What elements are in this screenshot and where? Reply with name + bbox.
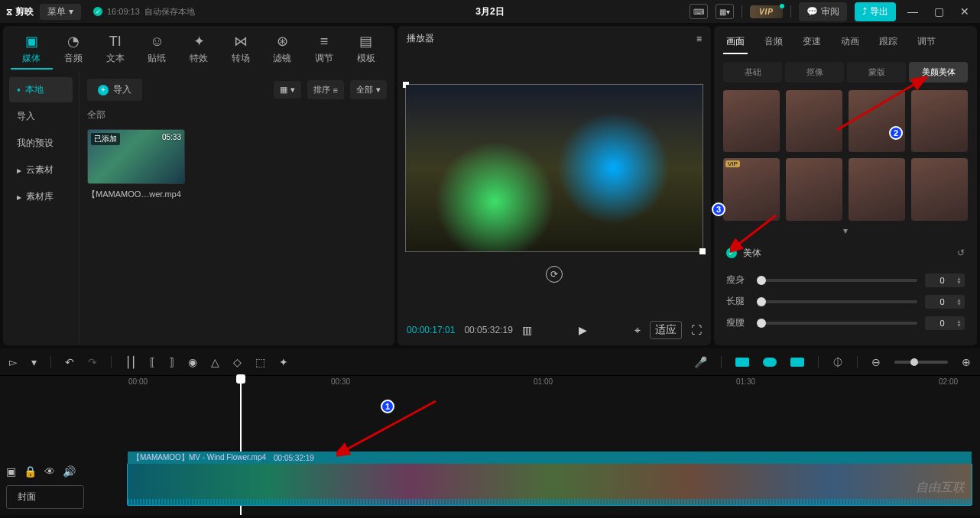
slider-track[interactable] (757, 300, 917, 303)
track-toggle-2[interactable] (763, 358, 777, 367)
list-icon[interactable]: ▥ (522, 324, 532, 336)
media-panel: ▣媒体 ◔音频 TI文本 ☺贴纸 ✦特效 ⋈转场 ⊛滤镜 ≡调节 ▤模板 ●本地… (3, 26, 394, 345)
subtab-matting[interactable]: 抠像 (785, 62, 844, 83)
check-icon[interactable]: ✓ (726, 248, 737, 258)
track-toggle-3[interactable] (790, 358, 804, 367)
chevron-down-icon[interactable]: ▾ (31, 356, 37, 368)
preset-thumb[interactable] (911, 90, 968, 152)
lock-icon[interactable]: 🔒 (24, 465, 37, 478)
source-import[interactable]: 导入 (9, 104, 73, 129)
slider-knob[interactable] (757, 276, 766, 285)
subtab-mask[interactable]: 蒙版 (847, 62, 906, 83)
mirror-icon[interactable]: △ (211, 356, 219, 368)
undo-button[interactable]: ↶ (65, 356, 74, 368)
tab-transitions[interactable]: ⋈转场 (219, 31, 261, 70)
source-local[interactable]: ●本地 (9, 77, 73, 102)
split-icon[interactable]: ⎮⎮ (125, 356, 136, 368)
template-icon: ▤ (359, 34, 372, 49)
export-button[interactable]: ⤴ 导出 (855, 2, 896, 21)
preset-thumb[interactable] (849, 158, 905, 220)
track-toggle-1[interactable] (735, 358, 749, 367)
hamburger-icon[interactable]: ≡ (696, 34, 702, 44)
sort-dropdown[interactable]: 排序≡ (307, 80, 344, 99)
vip-button[interactable]: VIP (750, 5, 783, 18)
source-cloud[interactable]: ▸云素材 (9, 157, 73, 183)
zoom-out-icon[interactable]: ⊖ (871, 356, 881, 368)
slider-track[interactable] (757, 322, 917, 325)
tab-stickers[interactable]: ☺贴纸 (136, 31, 178, 70)
filter-dropdown[interactable]: 全部▾ (350, 80, 387, 99)
slider-knob[interactable] (757, 319, 766, 328)
fit-button[interactable]: 适应 (650, 321, 682, 339)
tab-media[interactable]: ▣媒体 (11, 31, 53, 70)
trim-left-icon[interactable]: ⟦ (150, 356, 155, 368)
expand-grid[interactable]: ▾ (714, 221, 977, 241)
time-ruler[interactable]: 00:00 00:30 01:00 01:30 02:00 (90, 376, 980, 390)
subtab-beauty[interactable]: 美颜美体 (909, 62, 968, 83)
trim-right-icon[interactable]: ⟧ (169, 356, 174, 368)
slider-track[interactable] (757, 279, 917, 282)
slider-knob[interactable] (757, 297, 766, 306)
slider-slim: 瘦身 0▲▼ (714, 266, 977, 287)
preset-thumb[interactable] (786, 158, 842, 220)
menu-dropdown[interactable]: 菜单 ▾ (40, 4, 81, 20)
zoom-knob[interactable] (910, 358, 918, 366)
refresh-icon[interactable]: ⟳ (546, 266, 563, 283)
keyboard-icon[interactable]: ⌨ (690, 4, 708, 19)
project-title[interactable]: 3月2日 (475, 5, 504, 18)
zoom-slider[interactable] (894, 361, 948, 364)
crop-icon[interactable]: ⬚ (255, 356, 265, 368)
tab-effects[interactable]: ✦特效 (178, 31, 220, 70)
focus-icon[interactable]: ⌖ (634, 324, 641, 337)
media-thumbnail[interactable]: 已添加 05:33 【MAMAMOO…wer.mp4 (87, 129, 185, 200)
preset-thumb[interactable] (849, 90, 905, 152)
subtab-basic[interactable]: 基础 (723, 62, 782, 83)
review-button[interactable]: 💬 审阅 (799, 2, 847, 21)
reset-icon[interactable]: ↺ (957, 248, 965, 258)
fullscreen-icon[interactable]: ⛶ (691, 324, 702, 336)
preset-thumb[interactable] (786, 90, 842, 152)
layers-icon[interactable]: ▣ (6, 465, 16, 478)
preset-thumb[interactable] (723, 158, 780, 220)
timeline-tracks[interactable]: 00:00 00:30 01:00 01:30 02:00 【MAMAMOO】M… (90, 376, 980, 515)
value-input[interactable]: 0▲▼ (925, 274, 965, 287)
audio-icon: ◔ (67, 34, 80, 49)
value-input[interactable]: 0▲▼ (925, 316, 965, 330)
magnet-icon[interactable]: ⏀ (832, 356, 843, 368)
tab-tracking[interactable]: 跟踪 (876, 31, 900, 54)
preview-canvas[interactable] (405, 84, 703, 252)
tab-adjust-prop[interactable]: 调节 (914, 31, 939, 54)
redo-button[interactable]: ↷ (88, 356, 97, 368)
minimize-button[interactable]: — (904, 2, 922, 21)
tab-text[interactable]: TI文本 (94, 31, 136, 70)
ai-icon[interactable]: ✦ (279, 356, 288, 368)
view-mode-dropdown[interactable]: ▦▾ (274, 81, 301, 99)
circle-icon[interactable]: ◉ (188, 356, 197, 368)
preset-thumb[interactable] (723, 90, 780, 152)
tab-video[interactable]: 画面 (723, 31, 748, 54)
import-button[interactable]: + 导入 (87, 79, 142, 101)
cover-button[interactable]: 封面 (6, 485, 84, 509)
close-button[interactable]: ✕ (956, 2, 974, 21)
tab-adjust[interactable]: ≡调节 (303, 31, 346, 70)
tab-speed[interactable]: 变速 (800, 31, 824, 54)
layout-icon[interactable]: ▦▾ (716, 4, 734, 19)
source-presets[interactable]: 我的预设 (9, 131, 73, 156)
zoom-in-icon[interactable]: ⊕ (962, 356, 971, 368)
selection-tool[interactable]: ▻ (9, 356, 18, 368)
tab-filters[interactable]: ⊛滤镜 (261, 31, 303, 70)
play-button[interactable]: ▶ (579, 324, 587, 336)
tab-audio[interactable]: ◔音频 (53, 31, 95, 70)
speaker-icon[interactable]: 🔊 (63, 465, 76, 478)
rotate-icon[interactable]: ◇ (233, 356, 242, 368)
preset-thumb[interactable] (911, 158, 968, 220)
mic-icon[interactable]: 🎤 (694, 356, 707, 368)
value-input[interactable]: 0▲▼ (925, 295, 965, 309)
maximize-button[interactable]: ▢ (930, 2, 948, 21)
video-clip[interactable]: 【MAMAMOO】MV - Wind Flower.mp4 00:05:32:1… (127, 463, 972, 506)
eye-icon[interactable]: 👁 (44, 465, 55, 478)
tab-audio-prop[interactable]: 音频 (761, 31, 786, 54)
source-library[interactable]: ▸素材库 (9, 184, 73, 209)
tab-animation[interactable]: 动画 (838, 31, 862, 54)
tab-templates[interactable]: ▤模板 (345, 31, 387, 70)
